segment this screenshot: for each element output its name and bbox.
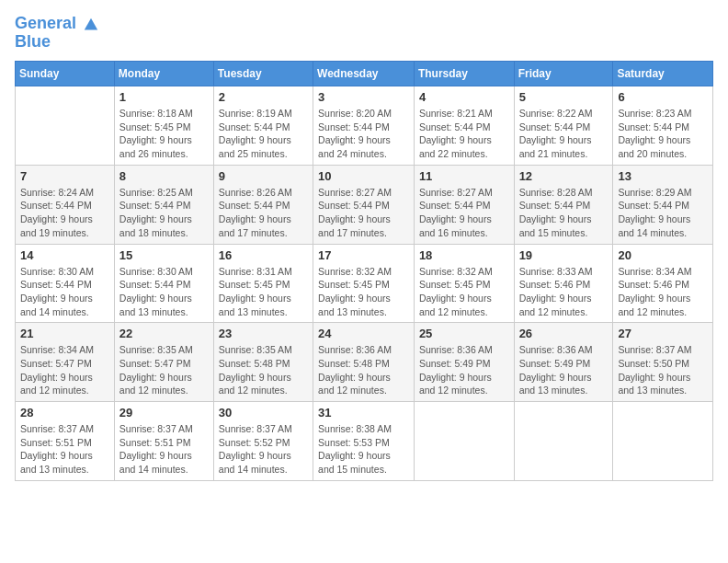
calendar-cell: 8Sunrise: 8:25 AM Sunset: 5:44 PM Daylig…	[114, 165, 213, 244]
day-info: Sunrise: 8:22 AM Sunset: 5:44 PM Dayligh…	[519, 107, 609, 161]
calendar-cell: 16Sunrise: 8:31 AM Sunset: 5:45 PM Dayli…	[213, 244, 313, 323]
calendar-cell: 3Sunrise: 8:20 AM Sunset: 5:44 PM Daylig…	[313, 86, 415, 166]
day-number: 21	[20, 327, 109, 340]
calendar-cell: 12Sunrise: 8:28 AM Sunset: 5:44 PM Dayli…	[514, 165, 613, 244]
calendar-cell: 4Sunrise: 8:21 AM Sunset: 5:44 PM Daylig…	[414, 86, 514, 166]
calendar-cell: 30Sunrise: 8:37 AM Sunset: 5:52 PM Dayli…	[213, 402, 313, 481]
day-number: 13	[618, 169, 708, 183]
day-number: 6	[618, 90, 708, 104]
day-info: Sunrise: 8:32 AM Sunset: 5:45 PM Dayligh…	[318, 265, 409, 319]
day-number: 27	[618, 327, 708, 340]
column-header-saturday: Saturday	[613, 62, 713, 86]
calendar-cell: 1Sunrise: 8:18 AM Sunset: 5:45 PM Daylig…	[114, 86, 213, 166]
day-number: 11	[419, 169, 509, 183]
day-number: 29	[119, 406, 209, 419]
calendar-cell: 28Sunrise: 8:37 AM Sunset: 5:51 PM Dayli…	[16, 402, 115, 481]
column-header-wednesday: Wednesday	[313, 62, 415, 86]
day-info: Sunrise: 8:31 AM Sunset: 5:45 PM Dayligh…	[219, 265, 308, 319]
day-number: 18	[419, 248, 509, 262]
day-number: 9	[219, 169, 308, 183]
calendar-cell: 14Sunrise: 8:30 AM Sunset: 5:44 PM Dayli…	[16, 244, 115, 323]
calendar-cell: 9Sunrise: 8:26 AM Sunset: 5:44 PM Daylig…	[213, 165, 313, 244]
day-number: 16	[219, 248, 308, 262]
day-info: Sunrise: 8:19 AM Sunset: 5:44 PM Dayligh…	[219, 107, 308, 161]
calendar-cell: 11Sunrise: 8:27 AM Sunset: 5:44 PM Dayli…	[414, 165, 514, 244]
calendar-cell: 10Sunrise: 8:27 AM Sunset: 5:44 PM Dayli…	[313, 165, 415, 244]
column-header-tuesday: Tuesday	[213, 62, 313, 86]
calendar-cell: 20Sunrise: 8:34 AM Sunset: 5:46 PM Dayli…	[613, 244, 713, 323]
day-number: 31	[318, 406, 409, 419]
calendar-cell: 21Sunrise: 8:34 AM Sunset: 5:47 PM Dayli…	[16, 323, 115, 402]
calendar-cell: 7Sunrise: 8:24 AM Sunset: 5:44 PM Daylig…	[16, 165, 115, 244]
calendar-cell	[514, 402, 613, 481]
day-info: Sunrise: 8:33 AM Sunset: 5:46 PM Dayligh…	[519, 265, 609, 319]
day-number: 30	[219, 406, 308, 419]
calendar-cell: 19Sunrise: 8:33 AM Sunset: 5:46 PM Dayli…	[514, 244, 613, 323]
day-info: Sunrise: 8:29 AM Sunset: 5:44 PM Dayligh…	[618, 186, 708, 240]
day-info: Sunrise: 8:30 AM Sunset: 5:44 PM Dayligh…	[119, 265, 209, 319]
page-container: General Blue SundayMondayTuesdayWednesda…	[15, 15, 713, 481]
logo-text: General	[15, 15, 99, 33]
day-info: Sunrise: 8:21 AM Sunset: 5:44 PM Dayligh…	[419, 107, 509, 161]
day-info: Sunrise: 8:20 AM Sunset: 5:44 PM Dayligh…	[318, 107, 409, 161]
calendar-cell: 2Sunrise: 8:19 AM Sunset: 5:44 PM Daylig…	[213, 86, 313, 166]
column-header-thursday: Thursday	[414, 62, 514, 86]
calendar-cell: 24Sunrise: 8:36 AM Sunset: 5:48 PM Dayli…	[313, 323, 415, 402]
calendar-cell: 26Sunrise: 8:36 AM Sunset: 5:49 PM Dayli…	[514, 323, 613, 402]
calendar-cell: 29Sunrise: 8:37 AM Sunset: 5:51 PM Dayli…	[114, 402, 213, 481]
calendar-cell: 25Sunrise: 8:36 AM Sunset: 5:49 PM Dayli…	[414, 323, 514, 402]
day-number: 23	[219, 327, 308, 340]
calendar-table: SundayMondayTuesdayWednesdayThursdayFrid…	[15, 61, 713, 481]
day-info: Sunrise: 8:18 AM Sunset: 5:45 PM Dayligh…	[119, 107, 209, 161]
day-info: Sunrise: 8:28 AM Sunset: 5:44 PM Dayligh…	[519, 186, 609, 240]
column-header-monday: Monday	[114, 62, 213, 86]
day-info: Sunrise: 8:37 AM Sunset: 5:50 PM Dayligh…	[618, 343, 708, 397]
day-info: Sunrise: 8:23 AM Sunset: 5:44 PM Dayligh…	[618, 107, 708, 161]
day-number: 3	[318, 90, 409, 104]
calendar-cell	[16, 86, 115, 166]
calendar-cell: 13Sunrise: 8:29 AM Sunset: 5:44 PM Dayli…	[613, 165, 713, 244]
column-header-friday: Friday	[514, 62, 613, 86]
day-number: 15	[119, 248, 209, 262]
day-info: Sunrise: 8:36 AM Sunset: 5:49 PM Dayligh…	[419, 343, 509, 397]
day-info: Sunrise: 8:27 AM Sunset: 5:44 PM Dayligh…	[419, 186, 509, 240]
day-number: 28	[20, 406, 109, 419]
calendar-week-1: 1Sunrise: 8:18 AM Sunset: 5:45 PM Daylig…	[16, 86, 713, 166]
day-info: Sunrise: 8:32 AM Sunset: 5:45 PM Dayligh…	[419, 265, 509, 319]
top-bar: General Blue	[15, 15, 713, 59]
calendar-week-3: 14Sunrise: 8:30 AM Sunset: 5:44 PM Dayli…	[16, 244, 713, 323]
day-info: Sunrise: 8:27 AM Sunset: 5:44 PM Dayligh…	[318, 186, 409, 240]
calendar-cell: 22Sunrise: 8:35 AM Sunset: 5:47 PM Dayli…	[114, 323, 213, 402]
calendar-week-2: 7Sunrise: 8:24 AM Sunset: 5:44 PM Daylig…	[16, 165, 713, 244]
day-info: Sunrise: 8:26 AM Sunset: 5:44 PM Dayligh…	[219, 186, 308, 240]
day-number: 7	[20, 169, 109, 183]
calendar-body: 1Sunrise: 8:18 AM Sunset: 5:45 PM Daylig…	[16, 86, 713, 481]
day-number: 8	[119, 169, 209, 183]
calendar-cell: 15Sunrise: 8:30 AM Sunset: 5:44 PM Dayli…	[114, 244, 213, 323]
day-info: Sunrise: 8:38 AM Sunset: 5:53 PM Dayligh…	[318, 422, 409, 477]
day-number: 1	[119, 90, 209, 104]
calendar-cell: 6Sunrise: 8:23 AM Sunset: 5:44 PM Daylig…	[613, 86, 713, 166]
calendar-header-row: SundayMondayTuesdayWednesdayThursdayFrid…	[16, 62, 713, 86]
day-info: Sunrise: 8:30 AM Sunset: 5:44 PM Dayligh…	[20, 265, 109, 319]
day-info: Sunrise: 8:34 AM Sunset: 5:46 PM Dayligh…	[618, 265, 708, 319]
day-number: 24	[318, 327, 409, 340]
day-info: Sunrise: 8:34 AM Sunset: 5:47 PM Dayligh…	[20, 343, 109, 397]
day-info: Sunrise: 8:35 AM Sunset: 5:47 PM Dayligh…	[119, 343, 209, 397]
day-number: 10	[318, 169, 409, 183]
calendar-cell: 27Sunrise: 8:37 AM Sunset: 5:50 PM Dayli…	[613, 323, 713, 402]
calendar-week-4: 21Sunrise: 8:34 AM Sunset: 5:47 PM Dayli…	[16, 323, 713, 402]
day-number: 14	[20, 248, 109, 262]
day-number: 2	[219, 90, 308, 104]
calendar-cell: 18Sunrise: 8:32 AM Sunset: 5:45 PM Dayli…	[414, 244, 514, 323]
day-info: Sunrise: 8:35 AM Sunset: 5:48 PM Dayligh…	[219, 343, 308, 397]
svg-marker-0	[85, 18, 97, 30]
calendar-cell: 17Sunrise: 8:32 AM Sunset: 5:45 PM Dayli…	[313, 244, 415, 323]
day-info: Sunrise: 8:36 AM Sunset: 5:49 PM Dayligh…	[519, 343, 609, 397]
calendar-cell: 5Sunrise: 8:22 AM Sunset: 5:44 PM Daylig…	[514, 86, 613, 166]
day-number: 4	[419, 90, 509, 104]
day-info: Sunrise: 8:37 AM Sunset: 5:52 PM Dayligh…	[219, 422, 308, 477]
day-number: 5	[519, 90, 609, 104]
day-number: 20	[618, 248, 708, 262]
day-info: Sunrise: 8:36 AM Sunset: 5:48 PM Dayligh…	[318, 343, 409, 397]
